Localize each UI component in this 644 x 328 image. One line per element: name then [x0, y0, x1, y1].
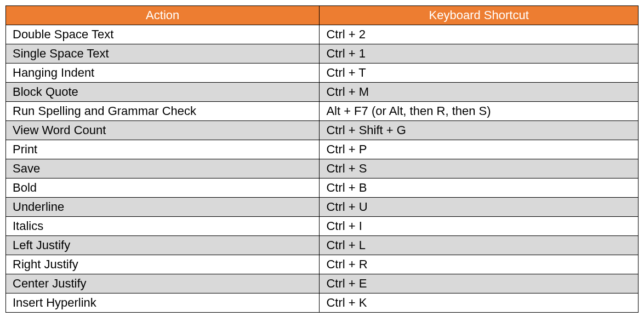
table-row: Double Space Text Ctrl + 2	[6, 25, 639, 44]
cell-action: Bold	[6, 179, 320, 198]
table-row: Left Justify Ctrl + L	[6, 236, 639, 255]
shortcut-table-container: Action Keyboard Shortcut Double Space Te…	[5, 5, 639, 313]
table-row: View Word Count Ctrl + Shift + G	[6, 121, 639, 140]
cell-shortcut: Ctrl + S	[320, 159, 639, 179]
header-shortcut: Keyboard Shortcut	[320, 6, 639, 25]
table-row: Right Justify Ctrl + R	[6, 255, 639, 274]
cell-action: Left Justify	[6, 236, 320, 255]
cell-action: Hanging Indent	[6, 64, 320, 83]
cell-shortcut: Ctrl + M	[320, 83, 639, 102]
cell-shortcut: Ctrl + Shift + G	[320, 121, 639, 140]
shortcut-table: Action Keyboard Shortcut Double Space Te…	[5, 5, 639, 313]
cell-action: Center Justify	[6, 274, 320, 294]
cell-action: Run Spelling and Grammar Check	[6, 102, 320, 121]
table-row: Run Spelling and Grammar Check Alt + F7 …	[6, 102, 639, 121]
cell-action: Save	[6, 159, 320, 179]
table-row: Insert Hyperlink Ctrl + K	[6, 294, 639, 313]
cell-action: Double Space Text	[6, 25, 320, 44]
table-row: Print Ctrl + P	[6, 140, 639, 159]
cell-shortcut: Ctrl + I	[320, 217, 639, 236]
cell-shortcut: Ctrl + E	[320, 274, 639, 294]
cell-action: View Word Count	[6, 121, 320, 140]
cell-shortcut: Ctrl + L	[320, 236, 639, 255]
cell-action: Print	[6, 140, 320, 159]
header-action: Action	[6, 6, 320, 25]
cell-shortcut: Ctrl + R	[320, 255, 639, 274]
cell-shortcut: Ctrl + 2	[320, 25, 639, 44]
cell-shortcut: Alt + F7 (or Alt, then R, then S)	[320, 102, 639, 121]
cell-action: Insert Hyperlink	[6, 294, 320, 313]
table-row: Hanging Indent Ctrl + T	[6, 64, 639, 83]
table-row: Italics Ctrl + I	[6, 217, 639, 236]
cell-action: Single Space Text	[6, 44, 320, 64]
cell-shortcut: Ctrl + U	[320, 198, 639, 217]
cell-shortcut: Ctrl + 1	[320, 44, 639, 64]
table-row: Center Justify Ctrl + E	[6, 274, 639, 294]
cell-shortcut: Ctrl + B	[320, 179, 639, 198]
table-row: Single Space Text Ctrl + 1	[6, 44, 639, 64]
cell-shortcut: Ctrl + K	[320, 294, 639, 313]
table-row: Save Ctrl + S	[6, 159, 639, 179]
cell-shortcut: Ctrl + P	[320, 140, 639, 159]
table-row: Block Quote Ctrl + M	[6, 83, 639, 102]
cell-action: Block Quote	[6, 83, 320, 102]
cell-action: Right Justify	[6, 255, 320, 274]
table-row: Bold Ctrl + B	[6, 179, 639, 198]
table-body: Double Space Text Ctrl + 2 Single Space …	[6, 25, 639, 313]
cell-shortcut: Ctrl + T	[320, 64, 639, 83]
table-row: Underline Ctrl + U	[6, 198, 639, 217]
cell-action: Italics	[6, 217, 320, 236]
table-header-row: Action Keyboard Shortcut	[6, 6, 639, 25]
cell-action: Underline	[6, 198, 320, 217]
